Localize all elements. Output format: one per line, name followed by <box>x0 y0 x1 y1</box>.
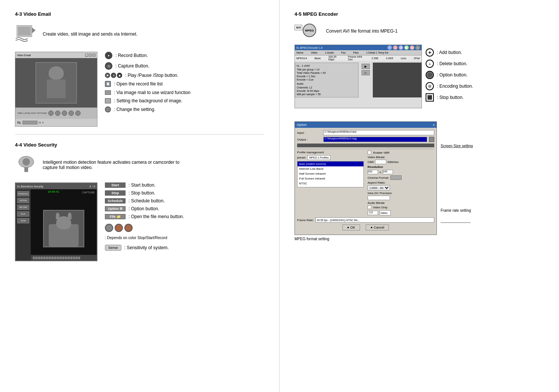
cinema-row: Cinema Format: <box>368 175 434 180</box>
cinema-btn[interactable] <box>390 175 402 180</box>
delete-button-icon: - <box>426 60 434 68</box>
schedule-button-item: Schedule : Schedule button. <box>105 198 184 203</box>
profile-item-4[interactable]: NTSC <box>297 181 363 186</box>
cancel-label: Cancel <box>374 226 384 229</box>
start-tag: Start <box>105 183 126 188</box>
encoding-arrow-icon: ⊕ <box>428 84 432 89</box>
res-x-input[interactable]: 320 <box>368 170 378 174</box>
frame-rate-select[interactable]: 29.95 fps - (24000/1001) NTSC file... <box>315 217 434 223</box>
cbr-row: CBR KBit/Sec <box>368 160 434 164</box>
settings-icon-item <box>105 106 111 112</box>
output-row: Output : C:\WcaptureW080\bc4.mpg <box>297 137 434 142</box>
enable-vbr-label: Enable VBR <box>373 151 390 154</box>
bg-icon <box>105 98 111 103</box>
section-video-security: 4-4 Video Security Intelligent motion de… <box>15 142 264 261</box>
stop-button-item: Stop : Stop button. <box>105 190 184 196</box>
encoder-screenshot: hL MPEG Encoder 1.8 + - ⚙ ▶ ● e Na <box>294 45 422 108</box>
circle-gray <box>105 224 113 232</box>
option-button-icon <box>426 71 434 79</box>
enc-titlebar: hL MPEG Encoder 1.8 + - ⚙ ▶ ● e <box>295 45 421 50</box>
preset-label: preset <box>297 156 305 159</box>
schedule-tag: Schedule <box>105 198 126 203</box>
enc-lower: hL - 1 ch34 Title per group = 14 Total V… <box>295 63 421 97</box>
bg-icon-item <box>105 98 111 103</box>
encoder-screenshot-wrap: hL MPEG Encoder 1.8 + - ⚙ ▶ ● e Na <box>294 45 422 112</box>
avi-label: AVI <box>294 25 302 30</box>
ctrl-icon-1 <box>48 111 54 116</box>
screen-titlebar: Video Email _ □ × <box>15 52 97 58</box>
schedule-label: : Schedule button. <box>129 198 165 203</box>
mpeg-format-label: MPEG format setting <box>294 237 544 241</box>
profile-item-0[interactable]: Auto (match source) <box>297 162 363 166</box>
profile-item-1[interactable]: Internet Low Band <box>297 166 363 171</box>
video-email-intro-text: Create video, still image and sends via … <box>43 31 138 37</box>
cat-ear-right <box>68 212 72 219</box>
cat-ear-left <box>56 212 60 219</box>
clock-display: 16:46:41 <box>48 190 59 193</box>
ctrl-icon-2 <box>55 111 60 116</box>
stop-inner-square <box>427 95 432 100</box>
sec-label: CAPTURE <box>82 191 95 194</box>
screen-btn-close: × <box>93 54 96 57</box>
encoding-button-row: ⊕ : Encoding button. <box>426 82 473 90</box>
profile-item-2[interactable]: Half Screen Intranet <box>297 171 363 176</box>
section-video-email: 4-3 Video Email Create video, still imag… <box>15 11 264 127</box>
sense-label: : Sensitivity of system. <box>124 245 169 250</box>
svg-rect-2 <box>18 27 31 36</box>
section-title-mpeg: 4-5 MPEG Encoder <box>294 11 544 17</box>
sec-sidebar-btn-1: SCHEDULE <box>17 191 29 196</box>
ok-button[interactable]: ● OK <box>342 224 360 230</box>
vbr-checkbox[interactable] <box>368 151 371 154</box>
profile-item-3[interactable]: Full Screen Intranet <box>297 176 363 181</box>
ok-label: OK <box>350 226 355 229</box>
cbr-input[interactable] <box>375 160 386 164</box>
aspect-select[interactable]: 1:0000 - Sin <box>368 185 390 190</box>
kbps-input[interactable]: 112 <box>368 211 378 215</box>
screen-btn-min: _ <box>85 54 88 57</box>
sec-sidebar-btn-4: PLAY <box>17 211 29 217</box>
color-note: : Depends on color Stop/Start/Record <box>105 236 184 240</box>
video-email-content: Video Email _ □ × <box>15 52 264 127</box>
audio-label: Audio Bitrate <box>368 201 434 205</box>
mpeg1-profiles-select[interactable]: MPEG-1 Profiles <box>307 155 330 160</box>
capture-button-label: : Capture Button. <box>115 63 149 69</box>
start-label: : Start button. <box>129 183 155 188</box>
dc-label: Intra DC Precision <box>368 192 434 195</box>
pause-icon: ⏸ <box>111 73 116 78</box>
play-icon: ▶ <box>105 73 110 78</box>
body-shape <box>47 79 66 98</box>
profile-item-5[interactable]: PAL <box>297 186 363 187</box>
add-button-row: + : Add button. <box>426 48 473 57</box>
kbps-select[interactable]: KBit/s <box>380 210 391 215</box>
dialog-close-btn[interactable]: x <box>433 123 435 127</box>
input-field[interactable]: C:\Wcapture\W080\bc4.last <box>323 130 434 135</box>
profile-management-label: Profile management <box>297 151 364 154</box>
encoding-button-label: : Encoding button. <box>437 84 473 89</box>
vbr-row: Enable VBR <box>368 151 434 154</box>
dc-input[interactable] <box>368 196 390 200</box>
res-y-input[interactable]: 240 <box>383 170 393 174</box>
security-intro-text2: capture full motion video. <box>43 165 179 170</box>
security-screenshot: hL Biometrics Security Z - X SCHEDULE OP… <box>15 183 97 261</box>
res-row: 320 x 240 <box>368 170 434 174</box>
sec-sidebar-btn-3: RECORD <box>17 205 29 210</box>
color-circles-row <box>105 224 184 232</box>
sense-button-item: Sense : Sensitivity of system. <box>105 245 184 251</box>
section-mpeg-encoder: 4-5 MPEG Encoder AVI MPEG Convert AVI fi… <box>294 11 544 241</box>
input-row: Input : C:\Wcapture\W080\bc4.last <box>297 130 434 135</box>
mpeg-intro-text: Convert AVI file format into MPEG-1 <box>326 28 398 34</box>
output-browse-btn[interactable] <box>429 137 434 142</box>
cinema-label: Cinema Format: <box>368 176 389 180</box>
cat-preview <box>43 210 84 247</box>
frame-rate-value: 29.95 fps - (24000/1001) NTSC file... <box>317 219 359 221</box>
mail-icon <box>105 90 111 95</box>
svg-marker-1 <box>32 27 36 33</box>
video-only-checkbox[interactable] <box>368 205 371 209</box>
video-only-label: Video Only <box>373 206 387 209</box>
security-intro-text1: Intelligent motion detection feature act… <box>43 160 179 165</box>
option-tag: Option ⚙ <box>105 206 126 211</box>
cancel-button[interactable]: ● Cancel <box>366 224 389 230</box>
ctrl-icon-5 <box>75 111 81 116</box>
record-button-item: ● : Record Button. <box>105 52 191 59</box>
output-field[interactable]: C:\WcaptureW080\bc4.mpg <box>323 137 427 142</box>
